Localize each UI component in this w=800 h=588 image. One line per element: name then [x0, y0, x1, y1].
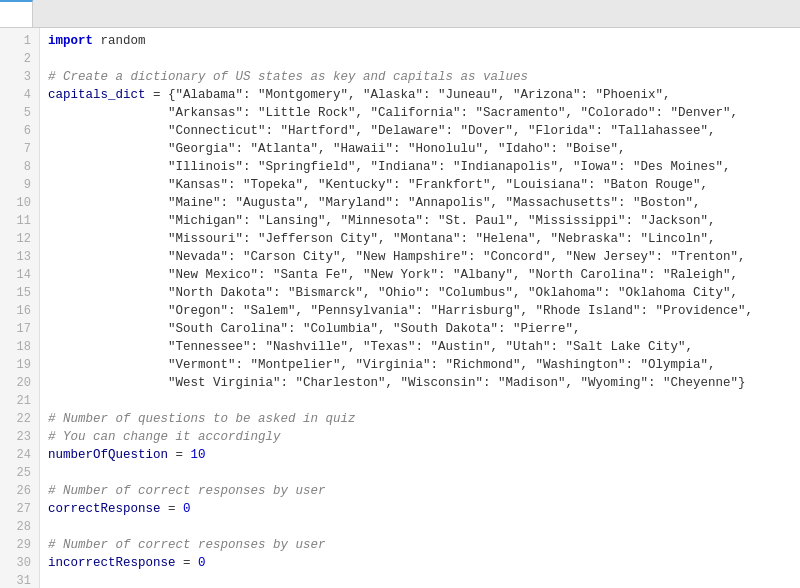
line-number: 15: [0, 284, 39, 302]
line-number: 17: [0, 320, 39, 338]
code-line: "West Virginia": "Charleston", "Wisconsi…: [48, 374, 800, 392]
line-number: 14: [0, 266, 39, 284]
line-number: 29: [0, 536, 39, 554]
line-number: 3: [0, 68, 39, 86]
line-number: 26: [0, 482, 39, 500]
line-number: 21: [0, 392, 39, 410]
code-line: "Michigan": "Lansing", "Minnesota": "St.…: [48, 212, 800, 230]
code-line: # Number of correct responses by user: [48, 536, 800, 554]
code-line: # Number of questions to be asked in qui…: [48, 410, 800, 428]
code-line: # Create a dictionary of US states as ke…: [48, 68, 800, 86]
line-numbers: 1234567891011121314151617181920212223242…: [0, 28, 40, 588]
line-number: 30: [0, 554, 39, 572]
line-number: 8: [0, 158, 39, 176]
code-line: import random: [48, 32, 800, 50]
code-line: "Illinois": "Springfield", "Indiana": "I…: [48, 158, 800, 176]
line-number: 19: [0, 356, 39, 374]
code-line: "Arkansas": "Little Rock", "California":…: [48, 104, 800, 122]
code-line: "Georgia": "Atlanta", "Hawaii": "Honolul…: [48, 140, 800, 158]
line-number: 10: [0, 194, 39, 212]
line-number: 27: [0, 500, 39, 518]
code-line: [48, 464, 800, 482]
file-tab[interactable]: [0, 0, 33, 27]
code-line: incorrectResponse = 0: [48, 554, 800, 572]
line-number: 4: [0, 86, 39, 104]
line-number: 9: [0, 176, 39, 194]
line-number: 7: [0, 140, 39, 158]
line-number: 11: [0, 212, 39, 230]
code-line: [48, 572, 800, 588]
line-number: 22: [0, 410, 39, 428]
code-content[interactable]: import random# Create a dictionary of US…: [40, 28, 800, 588]
line-number: 1: [0, 32, 39, 50]
line-number: 16: [0, 302, 39, 320]
line-number: 25: [0, 464, 39, 482]
tab-bar: [0, 0, 800, 28]
code-line: "Oregon": "Salem", "Pennsylvania": "Harr…: [48, 302, 800, 320]
code-line: [48, 392, 800, 410]
line-number: 28: [0, 518, 39, 536]
code-line: "Tennessee": "Nashville", "Texas": "Aust…: [48, 338, 800, 356]
code-line: "Kansas": "Topeka", "Kentucky": "Frankfo…: [48, 176, 800, 194]
line-number: 2: [0, 50, 39, 68]
code-line: "Maine": "Augusta", "Maryland": "Annapol…: [48, 194, 800, 212]
editor-body: 1234567891011121314151617181920212223242…: [0, 28, 800, 588]
line-number: 5: [0, 104, 39, 122]
code-line: numberOfQuestion = 10: [48, 446, 800, 464]
line-number: 6: [0, 122, 39, 140]
line-number: 24: [0, 446, 39, 464]
code-line: "Missouri": "Jefferson City", "Montana":…: [48, 230, 800, 248]
editor-container: 1234567891011121314151617181920212223242…: [0, 0, 800, 588]
code-line: capitals_dict = {"Alabama": "Montgomery"…: [48, 86, 800, 104]
code-line: "Connecticut": "Hartford", "Delaware": "…: [48, 122, 800, 140]
code-line: [48, 518, 800, 536]
line-number: 20: [0, 374, 39, 392]
line-number: 18: [0, 338, 39, 356]
line-number: 31: [0, 572, 39, 588]
line-number: 13: [0, 248, 39, 266]
code-line: "New Mexico": "Santa Fe", "New York": "A…: [48, 266, 800, 284]
code-line: "South Carolina": "Columbia", "South Dak…: [48, 320, 800, 338]
code-line: correctResponse = 0: [48, 500, 800, 518]
line-number: 12: [0, 230, 39, 248]
code-line: # You can change it accordingly: [48, 428, 800, 446]
code-line: "Vermont": "Montpelier", "Virginia": "Ri…: [48, 356, 800, 374]
code-line: "Nevada": "Carson City", "New Hampshire"…: [48, 248, 800, 266]
line-number: 23: [0, 428, 39, 446]
code-line: # Number of correct responses by user: [48, 482, 800, 500]
code-line: [48, 50, 800, 68]
code-line: "North Dakota": "Bismarck", "Ohio": "Col…: [48, 284, 800, 302]
